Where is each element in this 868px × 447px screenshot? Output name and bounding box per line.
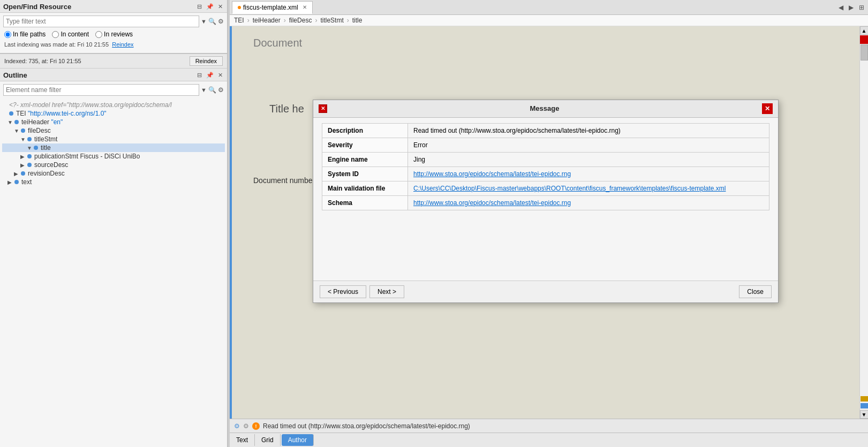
tree-item-sourcedesc[interactable]: ▶ sourceDesc — [2, 161, 225, 169]
editor-content: Document Title he Document number: ✕ — [232, 26, 859, 419]
breadcrumb-filedesc[interactable]: fileDesc — [289, 17, 312, 24]
label-description: Description — [322, 123, 408, 138]
outline-tree: <?- xml-model href="http://www.stoa.org/… — [0, 97, 227, 447]
modal-title: Message — [327, 104, 762, 112]
tree-label-revisiondesc: revisionDesc — [28, 170, 65, 177]
tree-label-title: title — [41, 144, 51, 151]
outline-pin-icon[interactable]: 📌 — [205, 72, 215, 79]
message-dialog: ✕ Message ✕ Description Read timed out (… — [313, 100, 779, 303]
element-filter-input[interactable] — [3, 84, 199, 96]
tree-item-title[interactable]: ▼ title — [2, 143, 225, 152]
search-input[interactable] — [3, 16, 199, 27]
tab-modified-indicator — [238, 6, 241, 9]
scroll-track — [860, 44, 869, 395]
tree-arrow-publicationstmt: ▶ — [20, 154, 26, 160]
next-button[interactable]: Next > — [369, 285, 404, 298]
indexed-status-text: Indexed: 735, at: Fri 10 21:55 — [4, 58, 81, 64]
scroll-down-button[interactable]: ▼ — [860, 410, 869, 419]
tree-arrow-revisiondesc: ▶ — [14, 171, 19, 177]
search-icon[interactable]: 🔍 — [208, 18, 216, 25]
tree-item-filedesc[interactable]: ▼ fileDesc — [2, 126, 225, 135]
radio-in-reviews[interactable]: In reviews — [95, 31, 133, 38]
pin-icon[interactable]: 📌 — [205, 3, 215, 10]
tree-item-teiheader[interactable]: ▼ teiHeader "en" — [2, 118, 225, 126]
link-validation[interactable]: C:\Users\CC\Desktop\Fiscus-master\webapp… — [413, 185, 726, 192]
radio-file-paths-label: In file paths — [13, 31, 46, 38]
bottom-tabs: Text Grid Author — [230, 433, 868, 447]
value-severity: Error — [408, 138, 769, 152]
filter-search-icon[interactable]: 🔍 — [208, 86, 216, 94]
breadcrumb-title[interactable]: title — [352, 17, 363, 24]
value-engine: Jing — [408, 152, 769, 166]
tree-label-teiheader: teiHeader "en" — [21, 118, 63, 126]
tree-arrow-title: ▼ — [27, 145, 32, 151]
outline-title: Outline — [3, 71, 27, 79]
tab-prev-icon[interactable]: ◀ — [837, 4, 845, 11]
search-settings-icon[interactable]: ⚙ — [218, 18, 224, 25]
right-scrollbar: ▲ ▼ — [859, 26, 868, 419]
tree-label-xml-model: <?- xml-model href="http://www.stoa.org/… — [9, 101, 172, 109]
reindex-button[interactable]: Reindex — [190, 56, 223, 66]
table-row-engine: Engine name Jing — [322, 152, 769, 166]
table-row-severity: Severity Error — [322, 138, 769, 152]
previous-button[interactable]: < Previous — [320, 285, 366, 298]
status-gear-icon-1: ⚙ — [234, 422, 240, 430]
breadcrumb-tei[interactable]: TEI — [234, 17, 244, 24]
scroll-error-marker — [860, 35, 868, 44]
link-systemid[interactable]: http://www.stoa.org/epidoc/schema/latest… — [413, 170, 571, 178]
tab-fiscus-template[interactable]: fiscus-template.xml ✕ — [232, 1, 313, 14]
tree-dot-sourcedesc — [27, 163, 32, 167]
value-systemid[interactable]: http://www.stoa.org/epidoc/schema/latest… — [408, 166, 769, 181]
breadcrumb-titlestmt[interactable]: titleStmt — [320, 17, 343, 24]
tree-arrow-titlestmt: ▼ — [20, 137, 26, 142]
value-validation[interactable]: C:\Users\CC\Desktop\Fiscus-master\webapp… — [408, 181, 769, 195]
tab-menu-icon[interactable]: ⊞ — [857, 4, 866, 11]
search-dropdown-icon[interactable]: ▼ — [201, 18, 207, 25]
tree-item-titlestmt[interactable]: ▼ titleStmt — [2, 135, 225, 143]
breadcrumb-bar: TEI › teiHeader › fileDesc › titleStmt ›… — [230, 15, 868, 26]
modal-header-close-button[interactable]: ✕ — [762, 103, 773, 114]
modal-overlay: ✕ Message ✕ Description Read timed out (… — [232, 26, 859, 419]
tree-dot-teiheader — [14, 120, 19, 124]
tree-label-filedesc: fileDesc — [28, 127, 51, 134]
outline-close-icon[interactable]: ✕ — [217, 72, 224, 79]
tree-label-tei: TEI "http://www.tei-c.org/ns/1.0" — [16, 110, 107, 117]
radio-in-file-paths[interactable]: In file paths — [4, 31, 46, 38]
modal-error-icon: ✕ — [319, 104, 327, 113]
reindex-link[interactable]: Reindex — [112, 41, 133, 48]
filter-settings-icon[interactable]: ⚙ — [218, 86, 224, 94]
tree-dot-tei — [9, 111, 13, 116]
link-schema[interactable]: http://www.stoa.org/epidoc/schema/latest… — [413, 199, 571, 207]
outline-minimize-icon[interactable]: ⊟ — [196, 72, 203, 79]
table-row-validation: Main validation file C:\Users\CC\Desktop… — [322, 181, 769, 195]
outline-header: Outline ⊟ 📌 ✕ — [0, 69, 227, 81]
tree-item-tei[interactable]: TEI "http://www.tei-c.org/ns/1.0" — [2, 109, 225, 118]
tab-grid[interactable]: Grid — [255, 434, 281, 446]
scroll-up-button[interactable]: ▲ — [860, 26, 869, 35]
scroll-thumb[interactable] — [861, 44, 868, 60]
close-panel-icon[interactable]: ✕ — [217, 3, 224, 10]
status-message-text: Read timed out (http://www.stoa.org/epid… — [263, 422, 864, 430]
tree-dot-text — [14, 180, 19, 184]
tab-close-icon[interactable]: ✕ — [303, 4, 307, 10]
tab-author[interactable]: Author — [282, 434, 314, 446]
table-row-systemid: System ID http://www.stoa.org/epidoc/sch… — [322, 166, 769, 181]
tree-dot-titlestmt — [27, 137, 32, 141]
modal-body: Description Read timed out (http://www.s… — [313, 118, 778, 281]
tree-item-xml-model[interactable]: <?- xml-model href="http://www.stoa.org/… — [2, 101, 225, 109]
close-button[interactable]: Close — [739, 285, 772, 298]
minimize-icon[interactable]: ⊟ — [196, 3, 203, 10]
radio-content-label: In content — [61, 31, 89, 38]
radio-in-content[interactable]: In content — [52, 31, 89, 38]
tree-item-revisiondesc[interactable]: ▶ revisionDesc — [2, 169, 225, 178]
status-warning-icon: ! — [252, 422, 260, 430]
tree-item-publicationstmt[interactable]: ▶ publicationStmt Fiscus - DiSCi UniBo — [2, 152, 225, 161]
tab-text[interactable]: Text — [230, 434, 255, 446]
value-schema[interactable]: http://www.stoa.org/epidoc/schema/latest… — [408, 195, 769, 210]
label-severity: Severity — [322, 138, 408, 152]
filter-dropdown-icon[interactable]: ▼ — [201, 87, 207, 93]
breadcrumb-teiheader[interactable]: teiHeader — [253, 17, 281, 24]
tree-arrow-filedesc: ▼ — [14, 128, 19, 134]
tab-next-icon[interactable]: ▶ — [847, 4, 855, 11]
tree-item-text[interactable]: ▶ text — [2, 178, 225, 186]
